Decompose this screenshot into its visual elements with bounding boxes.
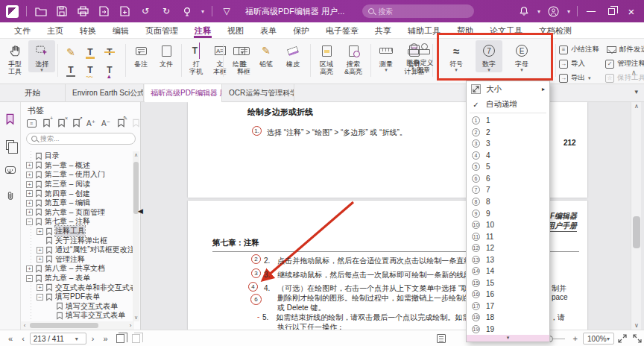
numbered-annotation-2[interactable]: 2 [251,254,261,264]
bookmarks-panel-icon[interactable] [4,113,17,126]
eraser-button[interactable]: 橡皮 [280,40,306,68]
numbered-annotation-1[interactable]: 1. [252,126,262,136]
summarize-comments-button[interactable]: ≡ 小结注释 [559,43,599,56]
pencil-button[interactable]: ✎ 铅笔 [253,40,280,68]
menu-item-number-16[interactable]: 1616 [467,289,549,301]
zoom-dropdown-icon[interactable]: ▾ [607,336,610,342]
bookmark-item[interactable]: +第五章 – 编辑 [22,198,133,208]
quick-tool-dropdown-icon[interactable]: ▾ [201,8,204,15]
bookmark-item[interactable]: −第七章 – 注释 [22,217,133,227]
bookmark-item[interactable]: +第八章 – 共享文档 [22,264,133,274]
menu-tab-comment[interactable]: 注释 [186,22,219,38]
previous-view-icon[interactable] [116,334,124,343]
expander[interactable]: + [37,228,43,235]
notifications-dropdown-icon[interactable]: ▾ [537,8,540,15]
menu-scroll-more-icon[interactable]: ▾ [467,335,549,342]
menu-item-number-17[interactable]: 1717 [467,301,549,312]
number-button[interactable]: 7 数字 ▾ [476,40,502,72]
doc-tab-foxit-manual[interactable]: 福昕高级PDF编辑器 用户... × [145,84,222,102]
page-number-input[interactable] [34,335,72,343]
comment-list-icon[interactable] [437,334,446,343]
menu-tab-paper-tools[interactable]: 论文工具 [482,22,531,38]
restore-button[interactable] [604,4,618,18]
symbol-dropdown-icon[interactable]: ▾ [455,68,458,72]
menu-item-number-7[interactable]: 77 [467,184,549,196]
custom-stamp-button[interactable]: 自定义 图章 [408,39,438,74]
options-menu-icon[interactable]: ≡ [26,118,37,128]
search-input[interactable] [378,7,452,16]
bookmark-item[interactable]: +第一章 – 概述 [22,161,133,171]
close-button[interactable]: × [625,4,638,18]
expander[interactable]: + [26,162,33,169]
document-vertical-scrollbar[interactable]: ∧ ∨ [631,102,641,330]
typewriter-button[interactable]: T 打 字机 [184,40,208,75]
menu-tab-form[interactable]: 表单 [252,22,285,38]
menu-tab-protect[interactable]: 保护 [285,22,318,38]
scroll-up-icon[interactable]: ∧ [133,152,139,158]
save-icon[interactable] [55,4,69,18]
expander[interactable]: − [26,218,33,225]
delete-bookmark-icon[interactable]: × [56,118,66,128]
expander[interactable]: + [26,265,33,272]
rename-bookmark-icon[interactable]: ✎ [116,118,126,128]
set-destination-icon[interactable]: ➚ [71,118,81,128]
scroll-down-icon[interactable]: ∨ [631,322,642,329]
menu-tab-esign[interactable]: 电子签章 [318,22,367,38]
measure-dropdown-icon[interactable]: ▾ [385,68,388,72]
fit-width-icon[interactable] [618,334,627,343]
letter-button[interactable]: E 字母 ▾ [508,40,535,72]
collapse-ribbon-icon[interactable]: ∧ [631,69,637,76]
menu-tab-edit[interactable]: 编辑 [104,22,137,38]
highlight-icon[interactable]: ✎ [66,46,75,58]
bookmark-item[interactable]: +交互式表单和非交互式表单 [22,283,133,292]
add-page-icon[interactable] [118,4,131,18]
menu-tab-page-management[interactable]: 页面管理 [137,22,186,38]
page-dropdown-icon[interactable]: ▾ [75,336,78,342]
bookmark-item[interactable]: −第九章 – 表单 [22,274,133,283]
menu-tab-accessibility[interactable]: 辅助工具 [400,22,449,38]
account-dropdown-icon[interactable]: ▾ [567,8,570,15]
scroll-left-icon[interactable]: ‹ [21,322,28,329]
menu-item-number-6[interactable]: 66 [467,173,549,185]
last-page-button[interactable]: » [99,334,111,343]
decrease-text-size-icon[interactable]: A⁻ [101,118,111,128]
note-button[interactable]: 备注 [128,40,154,68]
attach-file-button[interactable]: 文件 [154,40,179,68]
squiggly-icon[interactable]: T [87,66,92,75]
menu-item-number-19[interactable]: 1919 [467,324,549,336]
numbered-annotation-6[interactable]: 6 [250,294,262,305]
increase-text-size-icon[interactable]: A⁺ [86,118,96,128]
export-pdf-icon[interactable] [97,4,110,18]
underline-icon[interactable]: T [87,48,92,57]
scrollbar-thumb[interactable] [633,216,640,248]
scroll-right-icon[interactable]: › [127,322,134,329]
menu-item-number-5[interactable]: 55 [467,161,549,173]
global-search-box[interactable] [362,4,474,18]
first-page-button[interactable]: « [4,334,16,343]
scrollbar-thumb[interactable] [30,323,98,328]
menu-item-number-15[interactable]: 1515 [467,277,549,289]
manage-comments-button[interactable]: ✓ 管理注释 ▾ [605,57,644,70]
add-bookmark-icon[interactable]: + [41,118,51,128]
letter-dropdown-icon[interactable]: ▾ [520,68,523,72]
fit-page-icon[interactable] [633,334,642,343]
menu-item-number-11[interactable]: 1111 [467,230,549,242]
menu-tab-doc-check[interactable]: 文档检测 [531,22,580,38]
menu-item-number-2[interactable]: 22 [467,127,549,139]
keep-tool-selected-button[interactable]: ☆ 保持工具选择 [605,72,644,84]
scrollbar-thumb[interactable] [133,162,139,214]
menu-tab-convert[interactable]: 转换 [72,22,104,38]
expander[interactable]: + [26,181,33,188]
export-comments-button[interactable]: → 导出 ▾ [559,72,598,84]
bookmark-item[interactable]: 关于注释弹出框 [22,236,133,245]
comments-panel-icon[interactable] [4,163,17,177]
menu-item-number-18[interactable]: 1818 [467,312,549,324]
menu-item-number-1[interactable]: 11 [467,115,549,127]
hand-tool-button[interactable]: 手型 工具 [1,40,28,75]
double-underline-icon[interactable]: T [68,66,73,75]
bookmark-item-selected[interactable]: +注释工具 [22,227,133,236]
bookmark-item[interactable]: −填写PDF表单 [22,292,133,302]
bookmark-item[interactable]: 目录 [22,151,133,161]
scroll-up-icon[interactable]: ∧ [631,103,642,110]
export-dropdown-icon[interactable]: ▾ [588,76,591,81]
